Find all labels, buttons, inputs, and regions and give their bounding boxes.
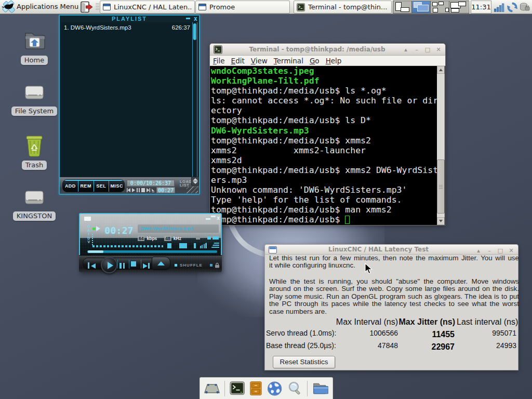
player-volume-slider[interactable] (92, 234, 93, 246)
drive-icon (24, 82, 45, 103)
eject-icon (157, 261, 165, 265)
player-shade-icon[interactable] (206, 218, 210, 220)
terminal-window-icon (214, 45, 222, 54)
panel-clock[interactable]: 11:31 (471, 1, 491, 14)
menu-terminal[interactable]: Terminal (274, 57, 303, 65)
player-clutterbar[interactable]: O A I D V (87, 224, 90, 244)
playlist-scrollbar-thumb[interactable] (193, 23, 196, 40)
playlist-sel-button[interactable]: SEL (94, 180, 110, 192)
dock-terminal-icon[interactable] (230, 380, 245, 397)
player-bitrate: 64 (138, 236, 144, 241)
terminal-line: tomp@thinkpad:/media/usb$ ls D* (211, 115, 437, 125)
terminal-scrollbar-thumb[interactable] (437, 159, 445, 214)
playlist-add-button[interactable]: ADD (63, 180, 78, 192)
workspace-pager[interactable] (393, 1, 469, 14)
menu-go[interactable]: Go (310, 57, 320, 65)
logout-icon[interactable] (79, 1, 93, 13)
playlist-close-icon[interactable]: x (194, 15, 197, 22)
row-label-base: Base thread (25.0µs): (266, 341, 336, 350)
playlist-scrollbar[interactable] (192, 22, 197, 177)
search-icon[interactable] (287, 380, 302, 397)
desktop-icon-filesystem[interactable]: File System (6, 82, 63, 116)
latency-minimize-button[interactable]: – (486, 247, 493, 254)
menu-help[interactable]: Help (326, 57, 342, 65)
menu-edit[interactable]: Edit (231, 57, 245, 65)
scrollbar-down-arrow[interactable] (437, 217, 445, 225)
terminal-close-button[interactable]: ✕ (435, 46, 442, 53)
shuffle-control[interactable]: SHUFFLE (175, 260, 227, 270)
taskbar-button-linuxcnc[interactable]: LinuxCNC / HAL Laten... (100, 1, 195, 14)
latency-close-button[interactable]: ✕ (508, 247, 515, 254)
previous-button[interactable] (88, 261, 96, 271)
col-header-max-interval: Max Interval (ns) (332, 317, 398, 327)
latency-titlebar[interactable]: LinuxCNC / HAL Latency Test ▴ – □ ✕ (265, 245, 518, 255)
file-cabinet-icon[interactable] (249, 380, 262, 397)
scroll-up-icon[interactable] (193, 178, 198, 181)
player-seek-bar[interactable] (87, 250, 217, 253)
player-menu-button[interactable] (84, 217, 91, 221)
desktop-icon-trash[interactable]: Trash (6, 133, 63, 170)
terminal-prompt-line: tomp@thinkpad:/media/usb$ (211, 215, 437, 224)
lock-icon[interactable] (215, 262, 220, 268)
playlist-minimize-icon[interactable] (186, 18, 190, 19)
taskbar-button-terminal[interactable]: Terminal - tomp@thin... (294, 1, 392, 14)
terminal-titlebar[interactable]: Terminal - tomp@thinkpad: /media/usb ▴ –… (210, 44, 445, 56)
workspace-3[interactable] (431, 1, 449, 13)
player-minimize-icon[interactable] (211, 216, 216, 217)
terminal-window: Terminal - tomp@thinkpad: /media/usb ▴ –… (209, 43, 446, 225)
taskbar-button-promoe[interactable]: Promoe (195, 1, 290, 14)
player-display-section[interactable]: x O A I D V 00:27 DW6-WyrdSisters.mp3 64… (79, 213, 222, 255)
playlist-item[interactable]: 1. DW6-WyrdSisters.mp3 626:37 (61, 22, 193, 31)
sync-icon[interactable] (507, 2, 518, 13)
terminal-content[interactable]: wndoComp3states.jpeg WorkingPlane-Tilt.p… (210, 66, 437, 225)
removable-media-icon[interactable] (519, 2, 530, 12)
menu-file[interactable]: File (213, 57, 225, 65)
latency-maximize-button[interactable]: □ (497, 247, 504, 254)
pause-button[interactable] (119, 261, 126, 271)
terminal-minimize-button[interactable]: – (413, 46, 420, 53)
play-button[interactable] (101, 257, 117, 273)
player-mono-indicator (196, 236, 200, 240)
base-max-jitter: 22967 (403, 342, 455, 352)
playlist-transport-icons[interactable] (127, 188, 156, 192)
terminal-line: ers.mp3 (211, 175, 437, 185)
terminal-shade-button[interactable]: ▴ (402, 46, 409, 53)
scrollbar-up-arrow[interactable] (437, 66, 445, 74)
player-close-icon[interactable]: x (217, 215, 220, 221)
player-eq-icon (200, 243, 207, 248)
playlist-misc-button[interactable]: MISC (109, 180, 124, 192)
eject-button[interactable] (152, 257, 170, 270)
web-browser-icon[interactable] (267, 380, 282, 397)
terminal-scrollbar[interactable] (437, 66, 445, 225)
workspace-4[interactable] (449, 1, 468, 13)
playlist-list[interactable]: 1. DW6-WyrdSisters.mp3 626:37 (61, 22, 193, 177)
workspace-1[interactable] (393, 1, 412, 13)
desktop-icon-label: KINGSTON (13, 211, 56, 221)
terminal-line: xmms2d (211, 155, 437, 165)
menu-view[interactable]: View (251, 57, 268, 65)
latency-shade-button[interactable]: ▴ (475, 247, 482, 254)
next-button[interactable] (143, 261, 150, 271)
show-desktop-icon[interactable] (204, 382, 220, 395)
window-icon (198, 4, 206, 10)
scroll-down-icon[interactable] (193, 181, 198, 184)
latency-title: LinuxCNC / HAL Latency Test (286, 245, 471, 255)
desktop-icon-kingston[interactable]: KINGSTON (6, 187, 63, 221)
file-manager-icon[interactable] (312, 381, 328, 396)
panel-grip (96, 3, 99, 11)
desktop-icon-home[interactable]: Home (6, 29, 63, 65)
stop-button[interactable] (131, 261, 136, 267)
playlist-resize-grip[interactable] (187, 187, 198, 193)
terminal-line: DW6-WyrdSisters.mp3 (211, 126, 437, 136)
workspace-2-active[interactable] (412, 1, 431, 13)
playlist-rem-button[interactable]: REM (78, 180, 94, 192)
playlist-titlebar[interactable]: PLAYLIST x (60, 16, 199, 22)
terminal-maximize-button[interactable]: □ (424, 46, 431, 53)
terminal-line: tomp@thinkpad:/media/usb$ ls *.og* (211, 86, 437, 96)
reset-statistics-button[interactable]: Reset Statistics (273, 356, 335, 368)
network-signal-icon[interactable] (494, 3, 504, 12)
repeat-indicator (210, 264, 212, 267)
playlist-load-list-button[interactable]: LOAD LIST (180, 180, 192, 187)
applications-menu-button[interactable]: Applications Menu (17, 0, 78, 14)
playlist-resize-arrows[interactable] (191, 177, 199, 185)
